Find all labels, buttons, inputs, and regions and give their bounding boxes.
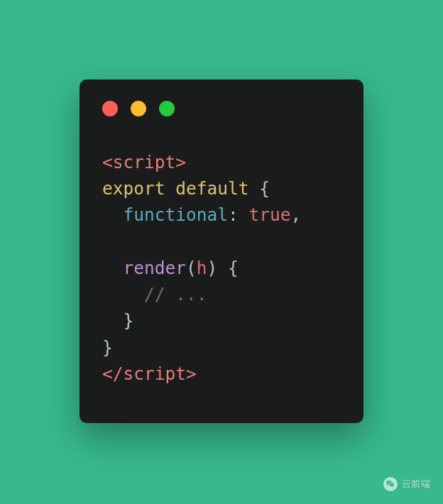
code-window: <script> export default { functional: tr…	[80, 80, 363, 423]
code-block: <script> export default { functional: tr…	[102, 149, 341, 387]
keyword-default: default	[175, 178, 248, 199]
comma: ,	[291, 204, 302, 225]
brace-open-inner: {	[228, 258, 239, 278]
param-h: h	[197, 258, 207, 278]
tag-close-bracket: </	[102, 363, 124, 384]
traffic-light-close[interactable]	[102, 101, 118, 116]
comment: // ...	[144, 284, 207, 305]
brace-open: {	[259, 178, 270, 199]
paren-open: (	[186, 258, 197, 278]
keyword-export: export	[102, 178, 165, 199]
tag-open-name: script	[113, 152, 176, 172]
paren-close: )	[207, 258, 218, 278]
traffic-light-zoom[interactable]	[159, 101, 175, 116]
traffic-lights	[102, 101, 341, 116]
bool-true: true	[249, 204, 291, 225]
prop-functional: functional	[124, 204, 229, 225]
tag-open-bracket: <	[102, 152, 113, 172]
tag-open-end: >	[175, 152, 186, 172]
fn-render: render	[124, 258, 187, 278]
traffic-light-minimize[interactable]	[131, 101, 146, 116]
tag-close-end: >	[186, 363, 197, 384]
wechat-icon	[383, 477, 398, 491]
watermark-label: 云前端	[402, 478, 431, 491]
brace-close-inner: }	[124, 310, 134, 331]
tag-close-name: script	[124, 363, 187, 384]
watermark: 云前端	[383, 477, 431, 491]
brace-close: }	[102, 337, 113, 358]
colon: :	[228, 204, 239, 225]
